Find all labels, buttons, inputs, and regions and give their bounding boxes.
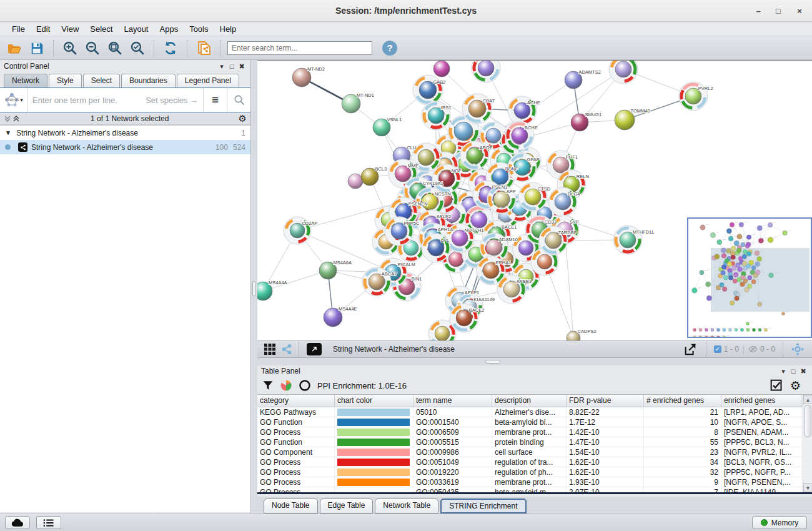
table-row[interactable]: GO FunctionGO:0005515protein binding1.47… <box>257 437 812 447</box>
birds-eye-view[interactable] <box>687 217 812 338</box>
table-row[interactable]: GO FunctionGO:0001540beta-amyloid bi...1… <box>257 417 812 427</box>
scrollbar-thumb[interactable] <box>804 405 811 437</box>
vertical-splitter[interactable] <box>251 60 257 514</box>
enrichment-table[interactable]: categorychart colorterm namedescriptionF… <box>257 394 812 494</box>
network-node[interactable] <box>448 252 463 267</box>
network-node[interactable] <box>471 212 487 228</box>
network-node[interactable] <box>418 149 434 166</box>
network-node[interactable] <box>435 326 450 340</box>
network-node[interactable] <box>348 174 363 189</box>
network-row[interactable]: String Network - Alzheimer's disease 100… <box>0 140 250 154</box>
panel-menu-icon[interactable]: ▾ <box>217 62 227 71</box>
scroll-up-arrow[interactable]: ▲ <box>803 395 812 404</box>
network-node[interactable] <box>433 61 450 77</box>
menu-item-tools[interactable]: Tools <box>184 23 214 35</box>
panel-float-icon[interactable]: □ <box>788 367 798 375</box>
task-history-button[interactable] <box>36 516 61 529</box>
string-options-button[interactable]: ≡ <box>203 88 227 112</box>
tab-select[interactable]: Select <box>83 74 120 87</box>
enrichment-ring-arc <box>528 224 530 233</box>
table-row[interactable]: GO ComponentGO:0009986cell surface1.54E-… <box>257 447 812 457</box>
scroll-down-arrow[interactable]: ▼ <box>803 483 812 492</box>
panel-close-icon[interactable]: ✖ <box>237 62 247 71</box>
set-species-hint[interactable]: Set species → <box>146 96 198 105</box>
tab-legend-panel[interactable]: Legend Panel <box>177 74 239 87</box>
filter-icon[interactable] <box>262 380 274 391</box>
menu-item-help[interactable]: Help <box>214 23 242 35</box>
column-header-FDR-p-value[interactable]: FDR p-value <box>567 395 644 407</box>
tab-boundaries[interactable]: Boundaries <box>121 74 176 87</box>
menu-item-file[interactable]: File <box>6 23 31 35</box>
table-row[interactable]: GO ProcessGO:0033619membrane prot...1.93… <box>257 477 812 487</box>
maximize-button[interactable]: □ <box>772 5 785 17</box>
save-session-button[interactable] <box>27 39 46 57</box>
collection-expand-icon[interactable]: ▼ <box>5 129 11 136</box>
string-search-button[interactable] <box>227 88 250 112</box>
gear-icon[interactable]: ⚙ <box>239 113 247 124</box>
menu-item-layout[interactable]: Layout <box>118 23 154 35</box>
table-row[interactable]: GO ProcessGO:0019220regulation of ph...1… <box>257 467 812 477</box>
column-header--enriched-genes[interactable]: # enriched genes <box>644 395 721 407</box>
network-node[interactable] <box>537 254 552 269</box>
open-file-button[interactable] <box>5 39 24 57</box>
node-label: ACHE <box>527 100 540 106</box>
zoom-selected-button[interactable] <box>128 39 147 57</box>
export-network-icon[interactable] <box>683 342 697 356</box>
splitter-handle[interactable] <box>252 281 256 296</box>
share-view-icon[interactable] <box>281 344 292 355</box>
cloud-tasks-button[interactable] <box>5 516 30 529</box>
gear-icon[interactable]: ⚙ <box>790 379 801 393</box>
zoom-in-button[interactable] <box>61 39 79 57</box>
column-header-term-name[interactable]: term name <box>413 395 492 407</box>
panel-menu-icon[interactable]: ▾ <box>778 367 788 375</box>
navigator-icon[interactable] <box>791 342 805 356</box>
table-row[interactable]: GO ProcessGO:0050435beta-amyloid m...2.0… <box>257 487 812 494</box>
chart-color-icon[interactable] <box>280 379 292 392</box>
zoom-out-button[interactable] <box>83 39 102 57</box>
string-protein-query-selector[interactable]: STRING ▾ <box>0 88 27 112</box>
horizontal-splitter[interactable] <box>257 358 812 365</box>
splitter-handle[interactable] <box>485 360 500 364</box>
column-header-description[interactable]: description <box>492 395 567 407</box>
tab-string-enrichment[interactable]: STRING Enrichment <box>440 499 526 514</box>
network-node[interactable] <box>478 61 494 76</box>
network-node[interactable] <box>486 128 501 143</box>
import-network-button[interactable] <box>194 39 213 57</box>
table-row[interactable]: GO ProcessGO:0006509membrane prot...1.42… <box>257 427 812 437</box>
panel-float-icon[interactable]: □ <box>227 62 237 70</box>
help-button[interactable]: ? <box>382 41 397 56</box>
collapse-expand-all-icons[interactable] <box>4 115 21 122</box>
table-row[interactable]: GO ProcessGO:0051049regulation of tra...… <box>257 457 812 467</box>
zoom-fit-button[interactable] <box>106 39 124 57</box>
menu-item-edit[interactable]: Edit <box>31 23 56 35</box>
table-vertical-scrollbar[interactable]: ▲ ▼ <box>803 395 812 492</box>
menu-item-view[interactable]: View <box>56 23 84 35</box>
network-canvas[interactable]: MT-ND2MT-ND1VSNL1GAB2IRS1CHATACHEBCHECLU… <box>257 60 812 340</box>
network-node[interactable] <box>615 61 631 77</box>
network-collection-row[interactable]: ▼ String Network - Alzheimer's disease 1 <box>0 126 250 140</box>
grid-view-icon[interactable] <box>264 343 276 355</box>
tab-style[interactable]: Style <box>49 74 82 87</box>
menu-item-apps[interactable]: Apps <box>154 23 184 35</box>
menu-item-select[interactable]: Select <box>84 23 118 35</box>
column-header-enriched-genes[interactable]: enriched genes <box>721 395 801 407</box>
detach-view-button[interactable] <box>307 343 322 355</box>
string-query-input[interactable]: Enter one term per line. Set species → <box>27 88 203 112</box>
select-columns-icon[interactable] <box>770 379 783 392</box>
tab-network-table[interactable]: Network Table <box>375 499 438 514</box>
search-input[interactable] <box>227 41 372 55</box>
refresh-button[interactable] <box>161 39 180 57</box>
close-button[interactable]: × <box>793 5 806 17</box>
memory-button[interactable]: Memory <box>752 516 807 529</box>
tab-edge-table[interactable]: Edge Table <box>320 499 374 514</box>
panel-close-icon[interactable]: ✖ <box>798 367 808 375</box>
network-node[interactable] <box>518 241 533 256</box>
network-node[interactable] <box>454 122 473 141</box>
tab-network[interactable]: Network <box>4 74 47 87</box>
tab-node-table[interactable]: Node Table <box>264 499 318 514</box>
ring-chart-icon[interactable] <box>299 379 311 392</box>
table-row[interactable]: KEGG Pathways05010Alzheimer's dise...8.8… <box>257 407 812 417</box>
column-header-category[interactable]: category <box>257 395 335 407</box>
minimize-button[interactable]: – <box>752 5 765 17</box>
column-header-chart-color[interactable]: chart color <box>335 395 413 407</box>
